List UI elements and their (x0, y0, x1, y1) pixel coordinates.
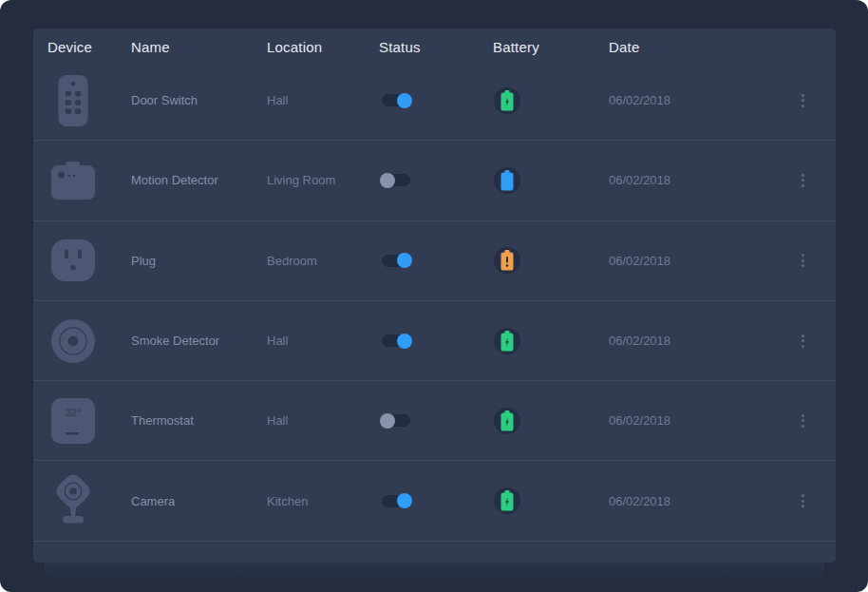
kebab-menu-icon (798, 170, 808, 191)
status-toggle[interactable] (382, 174, 410, 186)
battery-cell (493, 328, 609, 354)
row-menu-button[interactable] (783, 170, 821, 191)
device-location: Kitchen (267, 494, 379, 508)
battery-indicator (494, 328, 520, 354)
battery-cell (493, 487, 609, 514)
battery-cell (493, 247, 609, 274)
device-location: Hall (267, 413, 379, 428)
toggle-knob (397, 253, 412, 268)
battery-icon (500, 331, 514, 352)
device-name: Thermostat (131, 413, 267, 428)
status-toggle[interactable] (382, 94, 410, 106)
column-header-battery: Battery (493, 39, 609, 55)
camera-icon (51, 474, 95, 527)
device-cell (47, 394, 131, 448)
device-date: 06/02/2018 (609, 254, 783, 268)
device-name: Smoke Detector (131, 334, 267, 348)
status-toggle[interactable] (382, 334, 410, 347)
device-location: Hall (267, 93, 379, 107)
status-cell (379, 334, 493, 347)
battery-cell (493, 167, 609, 194)
column-header-device: Device (47, 39, 131, 55)
battery-icon (500, 170, 514, 191)
device-cell (47, 474, 131, 527)
column-header-status: Status (379, 39, 493, 55)
status-toggle[interactable] (382, 255, 410, 267)
device-date: 06/02/2018 (609, 93, 783, 107)
kebab-menu-icon (798, 411, 808, 431)
device-location: Bedroom (267, 254, 379, 268)
row-menu-button[interactable] (783, 331, 821, 352)
kebab-menu-icon (798, 490, 808, 511)
status-toggle[interactable] (382, 495, 410, 507)
battery-icon (500, 411, 514, 431)
device-date: 06/02/2018 (609, 494, 783, 508)
card-shadow (45, 563, 824, 582)
remote-icon (51, 74, 95, 127)
table-row: Plug Bedroom 06/02/2018 (33, 221, 836, 301)
thermostat-icon (51, 394, 95, 448)
motion-detector-icon (51, 154, 95, 207)
toggle-knob (380, 413, 395, 429)
toggle-knob (397, 493, 412, 508)
battery-cell (493, 87, 609, 114)
table-body: Door Switch Hall 06/02/2018 Motion Detec… (33, 61, 836, 542)
device-date: 06/02/2018 (609, 413, 783, 428)
row-menu-button[interactable] (783, 490, 821, 511)
toggle-knob (380, 173, 395, 188)
devices-table: Device Name Location Status Battery Date… (33, 29, 836, 563)
toggle-knob (397, 334, 412, 349)
status-cell (379, 255, 493, 267)
status-cell (379, 94, 493, 106)
status-cell (379, 414, 493, 427)
toggle-knob (397, 93, 412, 108)
battery-cell (493, 408, 609, 434)
row-menu-button[interactable] (783, 90, 821, 111)
device-name: Motion Detector (131, 173, 267, 187)
status-cell (379, 495, 493, 507)
kebab-menu-icon (798, 250, 808, 271)
row-menu-button[interactable] (783, 250, 821, 271)
device-location: Living Room (267, 173, 379, 187)
plug-icon (51, 234, 95, 287)
battery-indicator (494, 167, 520, 194)
table-row: Door Switch Hall 06/02/2018 (33, 61, 836, 141)
table-row: Camera Kitchen 06/02/2018 (33, 461, 836, 541)
device-location: Hall (267, 334, 379, 348)
battery-indicator (494, 408, 520, 434)
status-cell (379, 174, 493, 186)
device-cell (47, 234, 131, 287)
app-background: Device Name Location Status Battery Date… (0, 0, 868, 592)
device-name: Door Switch (131, 93, 267, 107)
device-name: Plug (131, 254, 267, 268)
kebab-menu-icon (798, 331, 808, 352)
column-header-name: Name (131, 39, 267, 55)
column-header-location: Location (267, 39, 379, 55)
device-cell (47, 315, 131, 368)
battery-icon (500, 250, 514, 271)
table-header: Device Name Location Status Battery Date (33, 29, 836, 61)
device-date: 06/02/2018 (609, 173, 783, 187)
device-name: Camera (131, 494, 267, 508)
battery-icon (500, 90, 514, 111)
battery-indicator (494, 247, 520, 274)
column-header-date: Date (609, 39, 783, 55)
row-menu-button[interactable] (783, 411, 821, 431)
table-row: Smoke Detector Hall 06/02/2018 (33, 301, 836, 381)
status-toggle[interactable] (382, 414, 410, 427)
kebab-menu-icon (798, 90, 808, 111)
smoke-detector-icon (51, 315, 95, 368)
table-row: Motion Detector Living Room 06/02/2018 (33, 141, 836, 220)
device-cell (47, 154, 131, 207)
battery-indicator (494, 487, 520, 514)
battery-icon (500, 490, 514, 511)
device-cell (47, 74, 131, 127)
table-row: Thermostat Hall 06/02/2018 (33, 381, 836, 461)
device-date: 06/02/2018 (609, 334, 783, 348)
battery-indicator (494, 87, 520, 114)
